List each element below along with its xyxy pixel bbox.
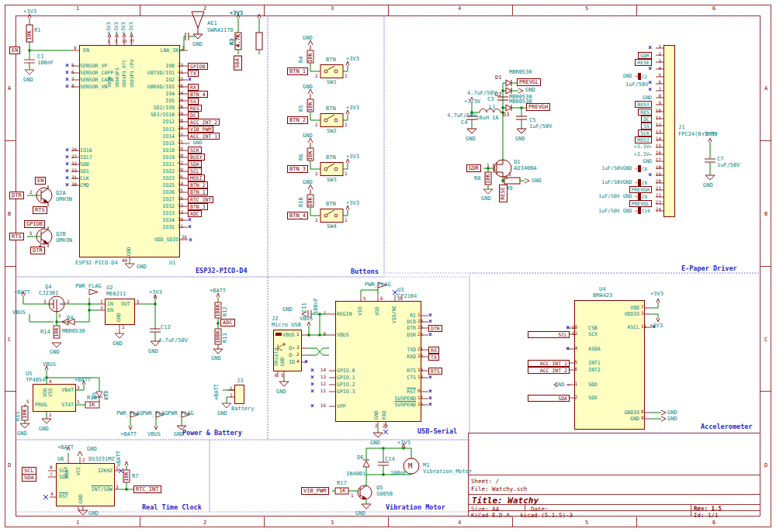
u1-sdio-nc-mark: × [189, 237, 192, 244]
pin-annotation[interactable]: RES [638, 109, 652, 116]
pin-net-label[interactable]: BTN_4 [188, 91, 208, 98]
q2a-en-label[interactable]: EN [35, 177, 46, 185]
pin-net-label[interactable] [428, 389, 432, 396]
j3-ref: J3 [237, 378, 243, 384]
pin-net-label[interactable]: SCL [188, 168, 202, 174]
pin-net-label[interactable]: ACC_INT_2 [528, 367, 570, 374]
pin-annotation[interactable]: MOSI [635, 136, 652, 143]
m1-value: Vibration_Motor [423, 469, 472, 475]
pin-annotation[interactable]: GND [643, 95, 652, 102]
rtc-int-label[interactable]: RTC_INT [133, 485, 161, 493]
pin-net-label[interactable]: SDA [188, 161, 202, 168]
pin-net-label[interactable]: DC [188, 112, 199, 119]
net-label[interactable]: SDA [234, 56, 242, 71]
pin-row: IO534SS [82, 98, 220, 105]
pin-net-label[interactable] [188, 224, 192, 231]
pin-net-label[interactable] [188, 77, 192, 84]
pin-net-label[interactable]: BTN_2 [188, 181, 208, 188]
c7-cap[interactable] [705, 138, 715, 180]
pin-name: IO18 [82, 147, 178, 154]
pin-annotation[interactable]: +3.3V [634, 143, 652, 150]
vib-pwm-label[interactable]: VIB_PWM [301, 487, 329, 495]
pin-name: SD3/IO10 [82, 112, 178, 118]
pin-net-label[interactable]: RX [188, 84, 199, 91]
pin-annotation[interactable]: 1uF/50VGND [601, 179, 637, 186]
pin-net-label[interactable]: GND [528, 382, 570, 389]
gdr-label[interactable]: GDR [466, 164, 481, 172]
pin-net-label[interactable] [428, 402, 432, 409]
pin-number: 2 [570, 393, 579, 399]
pin-net-label[interactable]: RTC_INT [188, 196, 213, 203]
btn-global-label[interactable]: BTN_2 [287, 116, 308, 124]
q4-pmos[interactable] [49, 296, 64, 313]
pin-net-label[interactable]: ACC_INT_1 [188, 133, 220, 140]
c14-ref: C14 [385, 457, 395, 462]
vib-symbols[interactable] [362, 444, 419, 509]
pin-net-label[interactable]: RX [428, 347, 439, 354]
pin-annotation[interactable]: 1uF/50V GND [598, 208, 637, 215]
frame-row-label: C [764, 337, 767, 343]
pin-annotation[interactable]: SS [641, 123, 652, 130]
btn-global-label[interactable]: BTN_1 [287, 67, 308, 75]
q2a-rts-label[interactable]: RTS [33, 206, 47, 214]
pin-number: 8 [652, 93, 661, 98]
pin-annotation[interactable]: GND [643, 158, 652, 165]
frame-column-label: 1 [76, 5, 79, 12]
pin-net-label[interactable]: TX [428, 354, 439, 361]
pin-annotation[interactable]: DC [641, 116, 652, 123]
pin-annotation[interactable]: GND [623, 73, 637, 80]
pin-net-label[interactable]: MOSI [188, 174, 205, 181]
q2b-gpio0-label[interactable]: GPIO0 [24, 220, 45, 228]
pin-net-label[interactable]: BTN_3 [188, 203, 208, 210]
pin-net-label[interactable]: ACC_INT_2 [188, 119, 220, 126]
j3-n1: 1 [230, 386, 233, 391]
q2b-rts-label[interactable]: RTS [9, 233, 24, 240]
u5-vss: VSS [48, 386, 54, 397]
pin-net-label[interactable]: ACC_INT_1 [528, 360, 570, 367]
pin-net-label[interactable]: RES [188, 105, 202, 112]
u2-n-out: 5 [137, 299, 140, 304]
pin-net-label[interactable]: VIB_PWM [188, 126, 213, 133]
pin-net-label[interactable]: GPIO0 [188, 63, 208, 70]
pin-net-label[interactable]: GND [188, 140, 202, 147]
q2b-dtr-label[interactable]: DTR [30, 247, 45, 254]
pin-net-label[interactable]: SCL [528, 331, 570, 338]
pin-net-label[interactable] [428, 332, 432, 339]
u3-ref: U3 [397, 288, 404, 293]
button-circuit[interactable]: GND R5 10K BTN_2 2 BTN 1 +3V3 SW2 [287, 84, 374, 138]
btn-global-label[interactable]: BTN_3 [287, 165, 308, 173]
pin-net-label[interactable]: SS [188, 98, 199, 105]
pin-net-label[interactable]: BTN_1 [188, 188, 208, 195]
q2a-dtr-label[interactable]: DTR [9, 192, 24, 199]
l1-ref: L1 [489, 105, 495, 110]
pin-net-label[interactable]: SDA [528, 395, 570, 402]
pin-net-label[interactable] [528, 346, 570, 353]
pullup-group[interactable]: +3V3 R3 4.7K SDA [230, 11, 250, 96]
btn-global-label[interactable]: BTN_4 [287, 212, 308, 219]
pin-annotation[interactable]: +3.3V [634, 151, 652, 158]
u5-vbat: VBAT [55, 388, 74, 393]
pin-annotation[interactable]: PREVGH [629, 186, 652, 193]
adc-label[interactable]: ADC [220, 319, 235, 326]
pin-row: SUSPEND15 [351, 402, 432, 409]
pin-net-label[interactable] [428, 375, 432, 382]
c4-value: 4.7uF/50V [447, 113, 476, 119]
en-global-label[interactable]: EN [9, 47, 20, 54]
q2a-ref: Q2A [56, 191, 66, 196]
pin-annotation[interactable]: 1uF/50VGND [601, 165, 637, 172]
j1-connector-body[interactable] [664, 46, 675, 217]
pin-annotation[interactable]: 1uF/50V GND [598, 193, 637, 200]
pin-annotation[interactable]: BUSY [635, 101, 652, 108]
pin-net-label[interactable]: SCK [188, 147, 202, 154]
u2-pin-out: OUT [121, 302, 130, 307]
pin-annotation[interactable]: GDR [638, 52, 652, 59]
pin-net-label[interactable]: BUSY [188, 154, 205, 161]
button-circuit[interactable]: GND R4 10K BTN_1 2 BTN 1 +3V3 SW1 [287, 35, 374, 89]
pin-name: RST [351, 389, 417, 395]
pin-annotation[interactable]: SCK [638, 130, 652, 136]
r16-ref: R16 [87, 396, 97, 401]
u5-n-vbat: 3 [77, 385, 80, 390]
button-circuit[interactable]: GND R10 10K BTN_4 2 BTN 1 +3V3 SW4 [287, 179, 374, 233]
pin-annotation[interactable]: PREVGL [629, 200, 652, 207]
rtc-sda-label[interactable]: SDA [22, 474, 36, 482]
